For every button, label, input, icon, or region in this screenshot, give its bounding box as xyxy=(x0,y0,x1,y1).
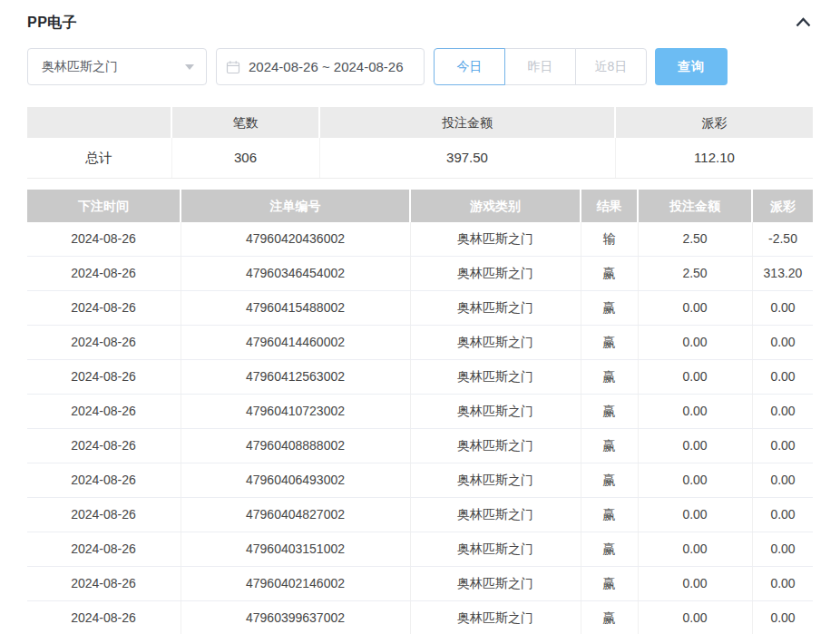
column-header-game-type: 游戏类别 xyxy=(411,190,580,222)
cell-bet-time: 2024-08-26 xyxy=(27,395,180,428)
cell-payout: 0.00 xyxy=(753,567,813,600)
cell-result: 赢 xyxy=(581,498,637,532)
summary-bet-amount-value: 397.50 xyxy=(320,138,614,178)
cell-result: 赢 xyxy=(581,326,637,359)
chevron-up-icon xyxy=(796,16,811,30)
quick-date-button-group: 今日 昨日 近8日 xyxy=(434,48,647,85)
table-row: 2024-08-26 47960410723002 奥林匹斯之门 赢 0.00 … xyxy=(27,395,813,429)
summary-header-bet-amount: 投注金额 xyxy=(320,107,614,138)
cell-payout: 0.00 xyxy=(753,326,813,359)
cell-bet-time: 2024-08-26 xyxy=(27,429,180,463)
cell-order-id: 47960399637002 xyxy=(181,601,409,634)
cell-game-type: 奥林匹斯之门 xyxy=(411,429,580,463)
summary-total-label: 总计 xyxy=(27,138,171,178)
cell-bet-time: 2024-08-26 xyxy=(27,360,180,394)
cell-game-type: 奥林匹斯之门 xyxy=(411,601,580,634)
cell-payout: 0.00 xyxy=(753,532,813,566)
summary-header-payout: 派彩 xyxy=(616,107,813,138)
cell-bet-amount: 2.50 xyxy=(639,222,751,256)
cell-bet-amount: 0.00 xyxy=(639,567,751,600)
cell-result: 赢 xyxy=(581,601,637,634)
cell-result: 赢 xyxy=(581,257,637,290)
cell-game-type: 奥林匹斯之门 xyxy=(411,291,580,325)
date-range-input[interactable]: 2024-08-26 ~ 2024-08-26 xyxy=(216,48,425,85)
cell-bet-amount: 0.00 xyxy=(639,429,751,463)
cell-order-id: 47960406493002 xyxy=(181,463,409,497)
cell-bet-amount: 0.00 xyxy=(639,532,751,566)
cell-order-id: 47960402146002 xyxy=(181,567,409,600)
summary-count-value: 306 xyxy=(172,138,318,178)
column-header-result: 结果 xyxy=(581,190,637,222)
search-button[interactable]: 查询 xyxy=(655,48,728,85)
cell-payout: 0.00 xyxy=(753,429,813,463)
cell-bet-time: 2024-08-26 xyxy=(27,291,180,325)
cell-order-id: 47960346454002 xyxy=(181,257,409,290)
cell-bet-amount: 0.00 xyxy=(639,360,751,394)
caret-down-icon xyxy=(185,64,194,70)
last-8-days-button[interactable]: 近8日 xyxy=(575,48,647,85)
panel-title: PP电子 xyxy=(27,14,77,33)
cell-order-id: 47960403151002 xyxy=(181,532,409,566)
cell-game-type: 奥林匹斯之门 xyxy=(411,222,580,256)
cell-payout: -2.50 xyxy=(753,222,813,256)
cell-bet-time: 2024-08-26 xyxy=(27,326,180,359)
table-row: 2024-08-26 47960412563002 奥林匹斯之门 赢 0.00 … xyxy=(27,360,813,395)
cell-game-type: 奥林匹斯之门 xyxy=(411,360,580,394)
cell-order-id: 47960415488002 xyxy=(181,291,409,325)
column-header-bet-time: 下注时间 xyxy=(27,190,180,222)
table-row: 2024-08-26 47960346454002 奥林匹斯之门 赢 2.50 … xyxy=(27,257,813,291)
summary-total-row: 总计 306 397.50 112.10 xyxy=(27,138,813,179)
column-header-payout: 派彩 xyxy=(753,190,813,222)
cell-payout: 313.20 xyxy=(753,257,813,290)
cell-order-id: 47960410723002 xyxy=(181,395,409,428)
table-row: 2024-08-26 47960403151002 奥林匹斯之门 赢 0.00 … xyxy=(27,532,813,567)
table-row: 2024-08-26 47960408888002 奥林匹斯之门 赢 0.00 … xyxy=(27,429,813,463)
cell-game-type: 奥林匹斯之门 xyxy=(411,567,580,600)
cell-bet-amount: 0.00 xyxy=(639,601,751,634)
cell-result: 赢 xyxy=(581,429,637,463)
game-select[interactable]: 奥林匹斯之门 xyxy=(27,48,207,85)
cell-bet-time: 2024-08-26 xyxy=(27,222,180,256)
table-row: 2024-08-26 47960402146002 奥林匹斯之门 赢 0.00 … xyxy=(27,567,813,601)
bet-table-body: 2024-08-26 47960420436002 奥林匹斯之门 输 2.50 … xyxy=(27,222,813,634)
column-header-bet-amount: 投注金额 xyxy=(639,190,751,222)
cell-bet-time: 2024-08-26 xyxy=(27,498,180,532)
cell-bet-amount: 0.00 xyxy=(639,291,751,325)
cell-order-id: 47960414460002 xyxy=(181,326,409,359)
cell-bet-amount: 0.00 xyxy=(639,463,751,497)
cell-game-type: 奥林匹斯之门 xyxy=(411,498,580,532)
bet-records-table: 下注时间 注单编号 游戏类别 结果 投注金额 派彩 2024-08-26 479… xyxy=(27,190,813,634)
cell-result: 赢 xyxy=(581,463,637,497)
yesterday-button[interactable]: 昨日 xyxy=(504,48,576,85)
column-header-order-id: 注单编号 xyxy=(181,190,409,222)
cell-bet-amount: 2.50 xyxy=(639,257,751,290)
table-row: 2024-08-26 47960406493002 奥林匹斯之门 赢 0.00 … xyxy=(27,463,813,498)
table-row: 2024-08-26 47960404827002 奥林匹斯之门 赢 0.00 … xyxy=(27,498,813,532)
cell-payout: 0.00 xyxy=(753,291,813,325)
table-row: 2024-08-26 47960420436002 奥林匹斯之门 输 2.50 … xyxy=(27,222,813,257)
cell-payout: 0.00 xyxy=(753,360,813,394)
cell-game-type: 奥林匹斯之门 xyxy=(411,395,580,428)
cell-payout: 0.00 xyxy=(753,395,813,428)
cell-result: 输 xyxy=(581,222,637,256)
date-range-value: 2024-08-26 ~ 2024-08-26 xyxy=(249,59,404,74)
collapse-button[interactable] xyxy=(794,15,813,32)
cell-order-id: 47960412563002 xyxy=(181,360,409,394)
summary-header-count: 笔数 xyxy=(172,107,318,138)
table-row: 2024-08-26 47960414460002 奥林匹斯之门 赢 0.00 … xyxy=(27,326,813,360)
cell-game-type: 奥林匹斯之门 xyxy=(411,326,580,359)
table-row: 2024-08-26 47960415488002 奥林匹斯之门 赢 0.00 … xyxy=(27,291,813,326)
summary-header-blank xyxy=(27,107,171,138)
cell-game-type: 奥林匹斯之门 xyxy=(411,463,580,497)
cell-payout: 0.00 xyxy=(753,498,813,532)
today-button[interactable]: 今日 xyxy=(434,48,505,85)
cell-bet-amount: 0.00 xyxy=(639,326,751,359)
cell-bet-amount: 0.00 xyxy=(639,395,751,428)
summary-payout-value: 112.10 xyxy=(616,138,813,178)
cell-bet-time: 2024-08-26 xyxy=(27,601,180,634)
cell-result: 赢 xyxy=(581,395,637,428)
cell-order-id: 47960420436002 xyxy=(181,222,409,256)
cell-game-type: 奥林匹斯之门 xyxy=(411,532,580,566)
cell-payout: 0.00 xyxy=(753,601,813,634)
panel-header: PP电子 xyxy=(27,0,813,32)
